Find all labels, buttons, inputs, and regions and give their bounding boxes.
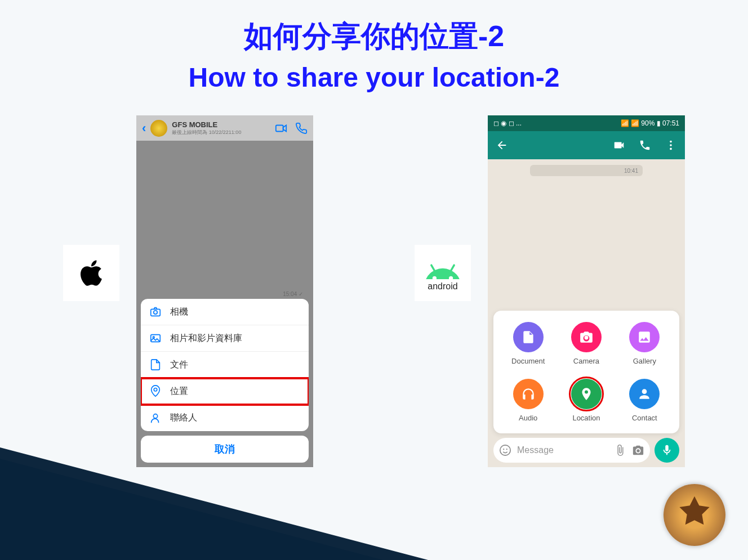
attach-label: Location xyxy=(572,414,600,422)
location-icon xyxy=(579,387,594,401)
attach-label: Document xyxy=(511,357,545,365)
contact-status: 最後上線時間為 10/22/2211:00 xyxy=(172,129,241,136)
gallery-icon xyxy=(637,330,652,344)
corner-accent-dark xyxy=(0,447,428,560)
attach-icon[interactable] xyxy=(614,444,626,456)
title-english: How to share your location-2 xyxy=(0,62,748,93)
message-stub: 10:41 xyxy=(530,165,643,176)
apple-logo xyxy=(63,245,119,301)
attach-camera[interactable]: Camera xyxy=(563,322,609,365)
document-icon xyxy=(149,359,162,371)
contact-icon xyxy=(149,412,162,424)
svg-point-6 xyxy=(153,414,157,418)
attach-location[interactable]: Location xyxy=(563,379,609,422)
back-icon[interactable]: ‹ xyxy=(142,121,146,136)
svg-point-11 xyxy=(503,449,504,450)
attach-label: Audio xyxy=(519,414,537,422)
message-input[interactable]: Message xyxy=(493,438,650,463)
svg-point-7 xyxy=(670,141,672,143)
photo-icon xyxy=(149,332,162,344)
sheet-item-document[interactable]: 文件 xyxy=(141,352,309,378)
svg-point-5 xyxy=(154,388,157,392)
phone-icon[interactable] xyxy=(639,139,651,151)
android-chat-header xyxy=(488,131,685,159)
svg-point-12 xyxy=(506,449,507,450)
svg-point-4 xyxy=(153,337,154,338)
android-label: android xyxy=(428,281,457,292)
svg-point-10 xyxy=(585,336,589,340)
input-placeholder: Message xyxy=(517,445,608,455)
camera-icon xyxy=(579,330,594,344)
sheet-label: 文件 xyxy=(170,359,188,371)
sheet-item-camera[interactable]: 相機 xyxy=(141,299,309,325)
location-icon xyxy=(149,385,162,397)
camera-icon[interactable] xyxy=(632,444,644,456)
video-icon[interactable] xyxy=(275,122,287,135)
attach-label: Gallery xyxy=(633,357,656,365)
title-chinese: 如何分享你的位置-2 xyxy=(0,17,748,56)
action-sheet: 相機 相片和影片資料庫 文件 位置 xyxy=(136,299,313,467)
svg-point-13 xyxy=(636,449,640,453)
message-time: 15:04 ✓ xyxy=(283,291,303,297)
sheet-label: 相機 xyxy=(170,306,188,318)
document-icon xyxy=(521,330,536,344)
person-icon xyxy=(637,387,652,401)
contact-name: GFS MOBILE xyxy=(172,120,241,129)
headphones-icon xyxy=(521,387,536,401)
gfs-logo xyxy=(664,484,725,546)
sheet-item-gallery[interactable]: 相片和影片資料庫 xyxy=(141,325,309,352)
status-right: 📶 📶 90% ▮ 07:51 xyxy=(621,119,679,127)
svg-rect-0 xyxy=(276,125,283,131)
attach-audio[interactable]: Audio xyxy=(505,379,551,422)
svg-point-2 xyxy=(154,311,157,314)
message-input-row: Message xyxy=(493,438,679,463)
attach-contact[interactable]: Contact xyxy=(621,379,668,422)
android-screenshot: ◻ ◉ ◻ ... 📶 📶 90% ▮ 07:51 10:41 Document xyxy=(488,115,685,467)
phone-icon[interactable] xyxy=(295,122,308,135)
mic-button[interactable] xyxy=(654,438,679,463)
status-left: ◻ ◉ ◻ ... xyxy=(493,119,522,127)
status-bar: ◻ ◉ ◻ ... 📶 📶 90% ▮ 07:51 xyxy=(488,115,685,131)
sheet-label: 相片和影片資料庫 xyxy=(170,333,242,344)
sheet-label: 位置 xyxy=(170,386,188,397)
attach-label: Contact xyxy=(632,414,657,422)
sheet-label: 聯絡人 xyxy=(170,412,197,424)
sheet-item-location[interactable]: 位置 xyxy=(141,378,309,405)
avatar xyxy=(150,120,167,137)
camera-icon xyxy=(149,306,162,318)
video-icon[interactable] xyxy=(613,139,625,151)
emoji-icon[interactable] xyxy=(499,444,511,456)
sheet-item-contact[interactable]: 聯絡人 xyxy=(141,405,309,431)
svg-point-9 xyxy=(670,148,672,150)
back-icon[interactable] xyxy=(496,139,508,151)
attach-gallery[interactable]: Gallery xyxy=(621,322,668,365)
android-logo: android xyxy=(415,245,471,301)
iphone-screenshot: ‹ GFS MOBILE 最後上線時間為 10/22/2211:00 15:04… xyxy=(136,115,313,467)
iphone-chat-header: ‹ GFS MOBILE 最後上線時間為 10/22/2211:00 xyxy=(136,115,313,141)
attach-label: Camera xyxy=(573,357,599,365)
attachment-panel: Document Camera Gallery Audio Location xyxy=(493,311,679,433)
svg-point-8 xyxy=(670,144,672,146)
attach-document[interactable]: Document xyxy=(505,322,551,365)
more-icon[interactable] xyxy=(665,139,677,151)
mic-icon xyxy=(661,444,673,456)
